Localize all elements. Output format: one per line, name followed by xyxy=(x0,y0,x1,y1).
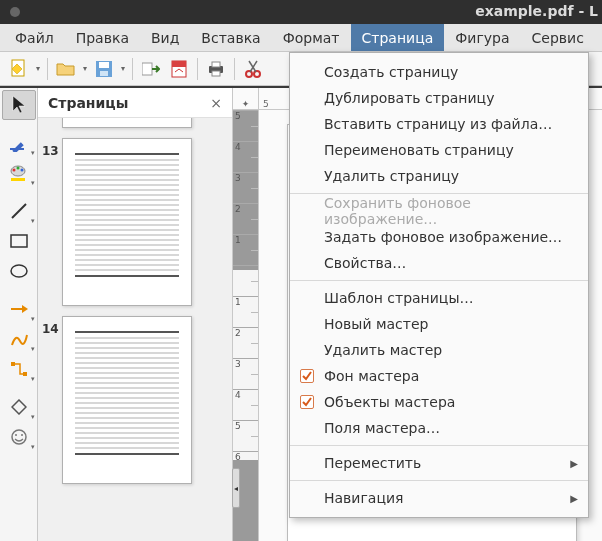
chevron-down-icon: ▾ xyxy=(31,443,35,451)
export-button[interactable] xyxy=(138,56,164,82)
menu-separator xyxy=(290,480,588,481)
thumbnail-preview xyxy=(62,138,192,306)
svg-rect-5 xyxy=(100,71,108,76)
open-button[interactable] xyxy=(53,56,79,82)
checkbox-icon xyxy=(300,395,314,409)
menu-shape[interactable]: Фигура xyxy=(444,24,520,51)
print-button[interactable] xyxy=(203,56,229,82)
menu-item[interactable]: Вставить страницу из файла… xyxy=(290,111,588,137)
menu-item-label: Новый мастер xyxy=(324,316,428,332)
page-number-label: 13 xyxy=(42,144,59,158)
menu-insert[interactable]: Вставка xyxy=(190,24,271,51)
page-thumbnail[interactable]: 13 xyxy=(62,138,226,306)
pages-panel-close-button[interactable]: × xyxy=(210,95,222,111)
svg-point-23 xyxy=(11,265,27,277)
tool-line[interactable]: ▾ xyxy=(2,196,36,226)
new-doc-dropdown[interactable]: ▾ xyxy=(34,64,42,73)
svg-point-31 xyxy=(21,434,23,436)
tool-rectangle[interactable] xyxy=(2,226,36,256)
pages-panel-body[interactable]: 13 14 xyxy=(38,118,232,541)
menu-page[interactable]: Страница xyxy=(351,24,445,51)
pages-panel: Страницы × 13 14 xyxy=(38,88,233,541)
chevron-down-icon: ▾ xyxy=(31,179,35,187)
rectangle-icon xyxy=(10,234,28,248)
tool-cursor[interactable] xyxy=(2,90,36,120)
tool-connector[interactable]: ▾ xyxy=(2,354,36,384)
thumbnail-preview xyxy=(62,118,192,128)
page-menu-dropdown: Создать страницуДублировать страницуВста… xyxy=(289,52,589,518)
menu-item[interactable]: Удалить страницу xyxy=(290,163,588,189)
connector-icon xyxy=(10,361,28,377)
menu-file[interactable]: Файл xyxy=(4,24,65,51)
menu-tools[interactable]: Сервис xyxy=(521,24,595,51)
tool-pencil[interactable]: ▾ xyxy=(2,128,36,158)
tool-fill-color[interactable]: ▾ xyxy=(2,158,36,188)
diamond-icon xyxy=(11,399,27,415)
svg-rect-26 xyxy=(11,362,15,366)
menu-item-label: Задать фоновое изображение… xyxy=(324,229,562,245)
thumbnail-preview xyxy=(62,316,192,484)
tool-symbol-shapes[interactable]: ▾ xyxy=(2,422,36,452)
menu-item[interactable]: Свойства… xyxy=(290,250,588,276)
svg-rect-20 xyxy=(11,178,25,181)
svg-point-13 xyxy=(254,71,260,77)
export-pdf-icon xyxy=(171,60,187,78)
menu-item-label: Дублировать страницу xyxy=(324,90,494,106)
new-doc-button[interactable] xyxy=(6,56,32,82)
export-pdf-button[interactable] xyxy=(166,56,192,82)
menu-separator xyxy=(290,445,588,446)
page-thumbnail[interactable]: 14 xyxy=(62,316,226,484)
menu-item-label: Удалить страницу xyxy=(324,168,459,184)
save-dropdown[interactable]: ▾ xyxy=(119,64,127,73)
cursor-icon xyxy=(11,95,27,115)
menu-item[interactable]: Создать страницу xyxy=(290,59,588,85)
svg-point-30 xyxy=(15,434,17,436)
svg-rect-10 xyxy=(212,62,220,67)
window-close-button[interactable] xyxy=(10,7,20,17)
menu-item[interactable]: Объекты мастера xyxy=(290,389,588,415)
page-thumbnail[interactable] xyxy=(62,118,226,128)
cut-button[interactable] xyxy=(240,56,266,82)
menu-item[interactable]: Шаблон страницы… xyxy=(290,285,588,311)
menu-item[interactable]: Фон мастера xyxy=(290,363,588,389)
open-dropdown[interactable]: ▾ xyxy=(81,64,89,73)
menu-item[interactable]: Дублировать страницу xyxy=(290,85,588,111)
menu-item[interactable]: Навигация▶ xyxy=(290,485,588,511)
svg-point-29 xyxy=(12,430,26,444)
menu-item-label: Переместить xyxy=(324,455,421,471)
menu-item-label: Создать страницу xyxy=(324,64,458,80)
menu-item[interactable]: Поля мастера… xyxy=(290,415,588,441)
menu-item[interactable]: Переместить▶ xyxy=(290,450,588,476)
vertical-ruler: ✦ 5 4 3 2 1 1 2 3 4 5 6 7 8 ◂ xyxy=(233,88,259,541)
svg-rect-4 xyxy=(99,62,109,68)
menu-format[interactable]: Формат xyxy=(272,24,351,51)
toolbar-separator xyxy=(197,58,198,80)
svg-marker-28 xyxy=(12,400,26,414)
svg-point-12 xyxy=(246,71,252,77)
curve-icon xyxy=(10,331,28,347)
save-icon xyxy=(96,61,112,77)
tool-arrow[interactable]: ▾ xyxy=(2,294,36,324)
svg-point-19 xyxy=(20,169,23,172)
menu-item[interactable]: Новый мастер xyxy=(290,311,588,337)
menu-window[interactable]: Окно xyxy=(595,24,602,51)
save-button[interactable] xyxy=(91,56,117,82)
svg-point-17 xyxy=(12,169,15,172)
svg-rect-14 xyxy=(12,142,23,152)
menu-item[interactable]: Удалить мастер xyxy=(290,337,588,363)
panel-collapse-handle[interactable]: ◂ xyxy=(232,468,240,508)
menu-edit[interactable]: Правка xyxy=(65,24,140,51)
tool-ellipse[interactable] xyxy=(2,256,36,286)
side-toolbox: ▾ ▾ ▾ ▾ ▾ ▾ ▾ xyxy=(0,88,38,541)
window-title: example.pdf - L xyxy=(475,3,598,19)
tool-basic-shapes[interactable]: ▾ xyxy=(2,392,36,422)
tool-curve[interactable]: ▾ xyxy=(2,324,36,354)
line-icon xyxy=(10,202,28,220)
svg-rect-6 xyxy=(142,63,152,75)
menu-view[interactable]: Вид xyxy=(140,24,190,51)
menu-item[interactable]: Переименовать страницу xyxy=(290,137,588,163)
checkbox-icon xyxy=(300,369,314,383)
menu-item-label: Сохранить фоновое изображение… xyxy=(324,195,574,227)
menu-item-label: Фон мастера xyxy=(324,368,419,384)
menu-item[interactable]: Задать фоновое изображение… xyxy=(290,224,588,250)
